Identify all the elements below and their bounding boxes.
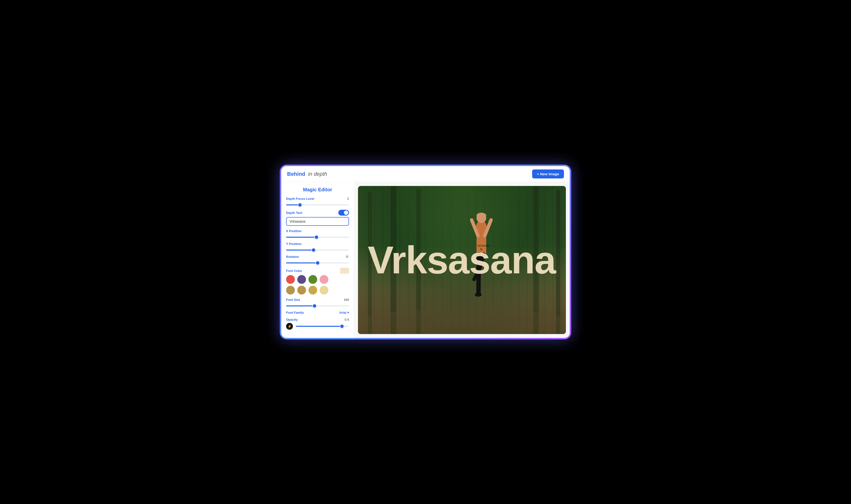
header: Behind in depth + New Image — [281, 166, 570, 182]
depth-text-toggle[interactable] — [338, 210, 349, 216]
depth-focus-value: 2 — [347, 197, 349, 200]
depth-text-label-row: Depth Text — [286, 210, 349, 216]
rotation-value: 0° — [346, 255, 349, 258]
color-swatch-red[interactable] — [286, 275, 295, 284]
sidebar-title: Magic Editor — [286, 187, 349, 193]
font-color-preview[interactable] — [340, 268, 349, 274]
depth-focus-slider[interactable] — [286, 204, 349, 205]
y-position-control: Y Position — [286, 242, 349, 252]
main-content: Magic Editor Depth Focus Level 2 Depth T… — [281, 182, 570, 338]
image-container: NEWARK N Vrksasana — [358, 186, 566, 334]
y-position-label-row: Y Position — [286, 242, 349, 246]
font-family-chevron: ▾ — [347, 311, 349, 314]
bolt-icon[interactable]: ⚡ — [286, 323, 293, 330]
color-swatch-tan2[interactable] — [297, 286, 306, 294]
color-swatch-gold[interactable] — [308, 286, 317, 294]
font-family-selector[interactable]: Arial ▾ — [339, 311, 349, 314]
font-size-value: 184 — [344, 298, 349, 302]
logo-behind: Behind — [287, 171, 305, 177]
x-position-control: X Position — [286, 229, 349, 239]
y-position-label: Y Position — [286, 242, 301, 246]
depth-text-control: Depth Text — [286, 210, 349, 226]
font-color-label-row: Font Color — [286, 268, 349, 274]
opacity-bottom-bar: ⚡ — [286, 323, 349, 330]
x-position-slider[interactable] — [286, 237, 349, 238]
logo-indepth: in depth — [308, 171, 327, 177]
color-swatches — [286, 275, 349, 294]
depth-text-input[interactable] — [286, 217, 349, 226]
x-position-label: X Position — [286, 229, 302, 233]
depth-text: Vrksasana — [368, 240, 556, 280]
font-size-control: Font Size 184 — [286, 298, 349, 307]
depth-text-overlay: Vrksasana — [358, 186, 566, 334]
opacity-value: 0.9 — [344, 318, 349, 321]
depth-focus-label-row: Depth Focus Level 2 — [286, 197, 349, 200]
rotation-slider[interactable] — [286, 263, 349, 264]
font-family-label: Font Family — [286, 311, 304, 314]
font-size-slider[interactable] — [286, 305, 349, 306]
new-image-button[interactable]: + New Image — [532, 169, 564, 178]
font-family-label-row: Font Family Arial ▾ — [286, 311, 349, 314]
font-color-control: Font Color — [286, 268, 349, 294]
depth-text-label: Depth Text — [286, 211, 302, 215]
color-swatch-cream[interactable] — [320, 286, 329, 294]
font-size-label-row: Font Size 184 — [286, 298, 349, 302]
opacity-control: Opacity 0.9 ⚡ — [286, 318, 349, 330]
canvas-area: NEWARK N Vrksasana — [354, 182, 570, 338]
font-family-value: Arial — [339, 311, 346, 314]
depth-focus-control: Depth Focus Level 2 — [286, 197, 349, 206]
rotation-label-row: Rotation 0° — [286, 255, 349, 258]
depth-focus-label: Depth Focus Level — [286, 197, 314, 200]
color-swatch-green[interactable] — [308, 275, 317, 284]
font-color-label: Font Color — [286, 269, 302, 273]
color-swatch-purple[interactable] — [297, 275, 306, 284]
color-row-2 — [286, 286, 349, 294]
opacity-label-row: Opacity 0.9 — [286, 318, 349, 321]
x-position-label-row: X Position — [286, 229, 349, 233]
app-window: Behind in depth + New Image Magic Editor… — [281, 166, 570, 338]
color-row-1 — [286, 275, 349, 284]
opacity-label: Opacity — [286, 318, 298, 321]
opacity-slider[interactable] — [296, 326, 349, 327]
outer-frame: Behind in depth + New Image Magic Editor… — [280, 165, 571, 339]
y-position-slider[interactable] — [286, 250, 349, 251]
logo: Behind in depth — [287, 171, 327, 177]
rotation-control: Rotation 0° — [286, 255, 349, 264]
color-swatch-pink[interactable] — [320, 275, 329, 284]
sidebar: Magic Editor Depth Focus Level 2 Depth T… — [281, 182, 354, 338]
color-swatch-tan[interactable] — [286, 286, 295, 294]
font-size-label: Font Size — [286, 298, 300, 302]
rotation-label: Rotation — [286, 255, 299, 258]
font-family-control: Font Family Arial ▾ — [286, 311, 349, 314]
